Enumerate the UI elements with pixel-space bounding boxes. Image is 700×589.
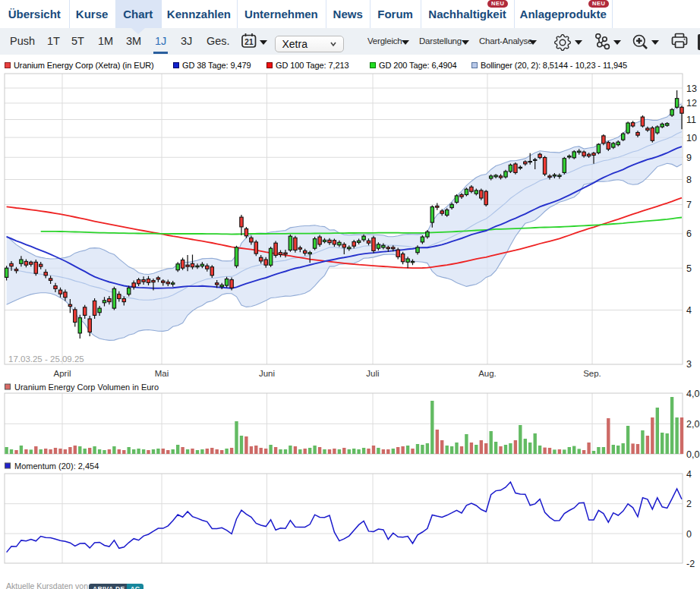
svg-text:Uranium Energy Corp Volumen in: Uranium Energy Corp Volumen in Euro xyxy=(14,383,159,392)
svg-text:9: 9 xyxy=(686,153,692,163)
svg-text:7: 7 xyxy=(686,200,692,210)
svg-text:8: 8 xyxy=(686,175,692,185)
svg-text:5: 5 xyxy=(686,263,692,274)
svg-text:17.03.25 - 25.09.25: 17.03.25 - 25.09.25 xyxy=(8,354,84,364)
svg-text:Mai: Mai xyxy=(155,369,169,378)
svg-text:Sep.: Sep. xyxy=(583,369,601,378)
svg-text:0: 0 xyxy=(686,529,692,540)
svg-text:Juni: Juni xyxy=(259,369,275,378)
svg-text:Momentum (20): 2,454: Momentum (20): 2,454 xyxy=(14,461,99,471)
svg-text:Aug.: Aug. xyxy=(478,369,497,378)
svg-text:12: 12 xyxy=(686,98,697,109)
svg-text:13: 13 xyxy=(686,83,697,94)
svg-text:4: 4 xyxy=(686,469,692,480)
svg-text:21: 21 xyxy=(244,38,254,46)
svg-text:0,0M: 0,0M xyxy=(686,449,700,460)
svg-text:4: 4 xyxy=(686,305,692,316)
svg-text:-2: -2 xyxy=(686,559,695,569)
svg-text:2: 2 xyxy=(686,499,692,509)
svg-text:10: 10 xyxy=(686,133,697,143)
svg-text:4,0M: 4,0M xyxy=(686,389,700,399)
svg-text:Juli: Juli xyxy=(366,369,379,378)
svg-text:2,0M: 2,0M xyxy=(686,419,700,430)
svg-text:April: April xyxy=(53,369,71,378)
svg-text:6: 6 xyxy=(686,228,692,239)
svg-text:3: 3 xyxy=(686,359,692,370)
svg-text:11: 11 xyxy=(686,115,696,125)
